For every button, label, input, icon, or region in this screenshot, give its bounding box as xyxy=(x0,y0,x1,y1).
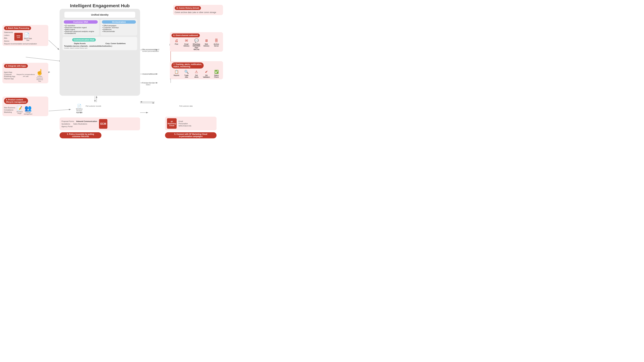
tracking-status: ✅ Status Check xyxy=(212,70,220,78)
print-label: Print xyxy=(175,43,178,45)
panel-sf: SF Marketing Cloud Email Personalize NRI… xyxy=(165,117,216,130)
section5-label-bottom: 5. Connect with SF Marketing Cloud to pe… xyxy=(165,132,216,138)
integrate-item-1: Agent App xyxy=(4,71,15,73)
proposal-label: Proposal Forms xyxy=(62,120,74,122)
comm-hub-title: Communication Hub xyxy=(72,38,96,41)
tracking-alerts: ⚠ Get Alerts xyxy=(192,70,200,78)
change-mgmt-label: Change Management xyxy=(24,112,32,115)
workflow-doc-icon: 📄 xyxy=(72,104,86,108)
sf-nric: NRIC/Client Info xyxy=(178,125,191,127)
it-user-text: IT & User Get Job Status xyxy=(141,82,155,86)
whatsapp-icon: 💬 xyxy=(194,39,199,43)
section7-label: 7. Tracking, alerts, notification, statu… xyxy=(172,62,204,68)
diagram: Intelligent Engagement Hub Unified Ident… xyxy=(0,0,226,145)
sf-email: Email xyxy=(178,120,191,122)
hand-icon: ☝ xyxy=(36,69,43,76)
orch-item-3: Audiences xyxy=(102,28,136,30)
orch-item-4: Recommender xyxy=(102,30,136,32)
section4-label: 4. Product content lifecycle management xyxy=(4,98,28,104)
section5-label: 5. Connect with SF Marketing Cloud to pe… xyxy=(165,132,216,138)
channel-icons: 🖨 Print ✉ Email Delivery 💬 WhatsApp SMS/… xyxy=(172,39,222,50)
digital-assets-label: Digital Assets xyxy=(74,42,86,44)
svg-line-4 xyxy=(26,57,61,61)
panel-batch: 1. Batch Data Processing Statements Lett… xyxy=(2,25,48,46)
svg-line-21 xyxy=(48,109,71,111)
batch-item-1: Statements xyxy=(4,31,13,33)
tracking-icons: 📋 Reports 🔍 Trade Jobs ⚠ Get Alerts ✔ QA… xyxy=(172,70,222,78)
get-alerts-label: Get Alerts xyxy=(194,74,198,78)
email-delivery-label: Email Delivery xyxy=(184,43,189,47)
tracking-trade-jobs: 🔍 Trade Jobs xyxy=(182,70,190,78)
ecm-badge: ECM xyxy=(99,119,108,129)
section1-label: 1. Batch Data Processing xyxy=(4,26,31,30)
print-icon: 🖨 xyxy=(175,39,178,43)
unified-identity-box: Unified Identity xyxy=(64,12,135,18)
orchestration-title: Orchestration xyxy=(102,20,136,24)
status-check-icon: ✅ xyxy=(214,70,219,74)
status-check-label: Status Check xyxy=(214,74,219,78)
product-item-2: Compliance xyxy=(4,109,15,111)
channel-archive: 🗄 Archive Server xyxy=(212,39,220,50)
reports-label: Reports xyxy=(174,74,179,76)
dna-item-1: ID resolution xyxy=(64,25,98,26)
api-calls-label: API calls xyxy=(16,76,35,77)
comm-history-text: Comm archive data Lake or other comm sto… xyxy=(175,11,222,14)
request-text-1: Request recommendation and personalizati… xyxy=(4,43,47,45)
svg-line-3 xyxy=(48,40,59,50)
content-fulfill-text: Content fulfillment xyxy=(141,73,157,75)
tracking-qa: ✔ QA Validation xyxy=(202,70,210,78)
dna-item-3: Batch ingest xyxy=(64,28,98,30)
product-item-3: Marketing xyxy=(4,111,15,113)
tracking-reports: 📋 Reports xyxy=(172,70,181,78)
offer-rec-text: Offer recommendation & content personali… xyxy=(141,48,160,52)
people-icon: 👥 xyxy=(24,105,32,112)
product-item-1: New Business xyxy=(4,107,15,109)
panel-tracking: 7. Tracking, alerts, notification, statu… xyxy=(170,61,223,79)
batch-item-3: Bills xyxy=(4,37,13,39)
integrate-item-2: Customer Roadmap App xyxy=(4,73,15,77)
inbound-label: Inbound Communication xyxy=(76,120,97,122)
dna-item-4: Real-time advanced analytics engine xyxy=(64,30,98,32)
real-time-flow: •Real time flow xyxy=(36,79,43,82)
sf-badge: SF Marketing Cloud xyxy=(167,118,176,129)
section3-label: 3. Policy Assembly by pulling customer R… xyxy=(60,132,102,138)
section6-label: 6. Omni-channel outbound xyxy=(172,33,200,37)
qa-validation-icon: ✔ xyxy=(205,70,208,74)
email-delivery-icon: ✉ xyxy=(185,39,188,43)
channel-whatsapp: 💬 WhatsApp SMS/MMS Viber WeChat xyxy=(192,39,200,50)
panel-omni: 6. Omni-channel outbound 🖨 Print ✉ Email… xyxy=(170,32,223,52)
batch-item-2: Letters xyxy=(4,34,13,36)
web-delivery-icon: 🖥 xyxy=(205,39,208,43)
panel-comm-history: 8. Comm History (in/out) Comm archive da… xyxy=(173,5,223,15)
instant-response: •Instant Response xyxy=(36,76,43,79)
ms-word-label: MS Word Plugin xyxy=(16,111,22,114)
quotations-label: Quotations xyxy=(62,123,70,125)
workflow-box: 📄 Workflow Review/ Approval xyxy=(72,104,86,113)
panel-product: 4. Product content lifecycle management … xyxy=(2,96,48,116)
dna-item-5: Embedded AI xyxy=(64,32,98,34)
workflow-label: Workflow Review/ Approval xyxy=(72,108,86,113)
whatsapp-label: WhatsApp SMS/MMS Viber WeChat xyxy=(192,43,200,50)
trade-jobs-label: Trade Jobs xyxy=(184,74,188,78)
page-title: Intelligent Engagement Hub xyxy=(61,3,138,8)
section8-label: 8. Comm History (in/out) xyxy=(175,6,201,10)
orchestration-panel: Orchestration Offer/campaigns Customer J… xyxy=(100,19,137,35)
batch-flow-text: Batch Data flow xyxy=(24,38,32,41)
corp-comm-label: Corp. Comm Guidelines xyxy=(106,42,126,44)
comm-hub-panel: Communication Hub Digital Assets Corp. C… xyxy=(62,37,137,50)
customer-dna-title: Customer DNA xyxy=(64,20,98,24)
reports-icon: 📋 xyxy=(174,70,179,74)
integrate-item-3: Planner App xyxy=(4,78,15,80)
archive-server-label: Archive Server xyxy=(214,43,219,47)
section2-label: 2. Integrate with Apps xyxy=(4,64,28,68)
customer-dna-panel: Customer DNA ID resolution Real-time int… xyxy=(62,19,99,35)
pull-data-text: Pull customer data xyxy=(178,105,194,107)
orch-item-2: Customer Journeys xyxy=(102,26,136,28)
sf-personalize: Personalize xyxy=(178,123,191,124)
channel-web: 🖥 Web Delivery xyxy=(202,39,210,50)
panel-integrate: 2. Integrate with Apps Agent App Custome… xyxy=(2,63,48,83)
word-plugin-icon: 📝 xyxy=(16,106,22,111)
sales-label: Sales Illustrations xyxy=(73,123,87,125)
doc-icon: 📄 xyxy=(24,32,32,38)
channel-print: 🖨 Print xyxy=(172,39,181,50)
